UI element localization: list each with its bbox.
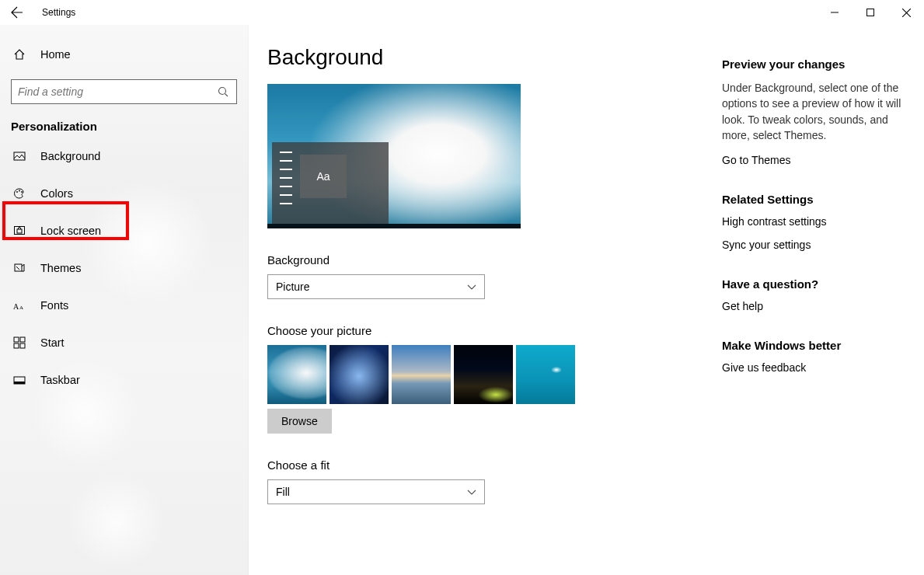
main-content: Background Aa Background Picture Choose … xyxy=(249,25,722,575)
sidebar-item-label: Taskbar xyxy=(40,374,80,386)
picture-thumbnails xyxy=(267,345,703,404)
titlebar: Settings xyxy=(0,0,924,25)
preview-start-menu: Aa xyxy=(272,142,389,224)
svg-rect-0 xyxy=(867,9,874,16)
preview-changes-body: Under Background, select one of the opti… xyxy=(722,80,915,143)
svg-rect-8 xyxy=(15,264,22,271)
page-title: Background xyxy=(267,45,703,70)
fit-dropdown[interactable]: Fill xyxy=(267,479,485,504)
sidebar-group-header: Personalization xyxy=(0,112,248,138)
svg-rect-14 xyxy=(20,343,25,348)
sidebar-item-label: Background xyxy=(40,150,100,162)
maximize-button[interactable] xyxy=(853,0,888,25)
close-button[interactable] xyxy=(888,0,924,25)
svg-rect-12 xyxy=(20,337,25,342)
close-icon xyxy=(902,9,911,17)
sidebar-item-fonts[interactable]: AA Fonts xyxy=(0,287,248,324)
picture-thumb[interactable] xyxy=(454,345,513,404)
minimize-icon xyxy=(831,9,839,16)
fit-dropdown-value: Fill xyxy=(276,486,290,498)
search-button[interactable] xyxy=(214,82,232,101)
picture-thumb[interactable] xyxy=(516,345,575,404)
background-dropdown-value: Picture xyxy=(276,281,310,293)
svg-text:A: A xyxy=(19,305,23,311)
svg-rect-16 xyxy=(14,382,25,384)
themes-icon xyxy=(12,261,26,275)
sidebar-item-taskbar[interactable]: Taskbar xyxy=(0,361,248,399)
preview-sample-text: Aa xyxy=(300,155,347,198)
svg-point-1 xyxy=(219,88,226,95)
sidebar-item-label: Home xyxy=(40,48,71,61)
search-icon xyxy=(218,86,228,97)
right-pane: Preview your changes Under Background, s… xyxy=(722,25,924,575)
maximize-icon xyxy=(866,9,874,16)
palette-icon xyxy=(12,186,26,200)
preview-changes-heading: Preview your changes xyxy=(722,57,915,71)
give-feedback-link[interactable]: Give us feedback xyxy=(722,361,915,374)
high-contrast-link[interactable]: High contrast settings xyxy=(722,215,915,228)
sidebar-item-start[interactable]: Start xyxy=(0,324,248,361)
sidebar-item-label: Fonts xyxy=(40,299,68,312)
desktop-preview: Aa xyxy=(267,84,521,228)
make-better-heading: Make Windows better xyxy=(722,339,915,352)
picture-thumb[interactable] xyxy=(392,345,451,404)
svg-point-3 xyxy=(16,191,18,193)
window-title: Settings xyxy=(34,7,75,18)
choose-picture-label: Choose your picture xyxy=(267,324,703,337)
picture-thumb[interactable] xyxy=(330,345,389,404)
browse-button[interactable]: Browse xyxy=(267,409,332,434)
background-dropdown[interactable]: Picture xyxy=(267,274,485,299)
sidebar-item-lock-screen[interactable]: Lock screen xyxy=(0,212,248,249)
sidebar-item-label: Colors xyxy=(40,187,73,200)
window-controls xyxy=(817,0,924,25)
fonts-icon: AA xyxy=(12,298,26,312)
back-arrow-icon xyxy=(11,6,23,19)
sidebar-item-label: Themes xyxy=(40,262,81,274)
chevron-down-icon xyxy=(467,487,476,497)
svg-rect-11 xyxy=(14,337,19,342)
sidebar-item-background[interactable]: Background xyxy=(0,138,248,175)
home-icon xyxy=(12,47,26,61)
start-icon xyxy=(12,336,26,350)
search-field-wrap xyxy=(11,79,237,104)
minimize-button[interactable] xyxy=(817,0,853,25)
svg-point-4 xyxy=(19,190,20,192)
choose-fit-label: Choose a fit xyxy=(267,458,703,472)
search-input[interactable] xyxy=(11,79,237,104)
taskbar-icon xyxy=(12,373,26,387)
sidebar: Home Personalization Background Colors xyxy=(0,25,249,575)
picture-icon xyxy=(12,149,26,163)
related-settings-heading: Related Settings xyxy=(722,193,915,206)
svg-rect-13 xyxy=(14,343,19,348)
svg-text:A: A xyxy=(13,302,19,311)
sidebar-item-label: Lock screen xyxy=(40,225,101,237)
sidebar-item-home[interactable]: Home xyxy=(0,36,248,73)
sidebar-item-label: Start xyxy=(40,336,65,349)
go-to-themes-link[interactable]: Go to Themes xyxy=(722,154,915,166)
sidebar-item-colors[interactable]: Colors xyxy=(0,175,248,212)
svg-rect-7 xyxy=(17,229,22,233)
svg-point-5 xyxy=(21,191,23,193)
back-button[interactable] xyxy=(0,0,34,25)
have-question-heading: Have a question? xyxy=(722,277,915,291)
sidebar-item-themes[interactable]: Themes xyxy=(0,249,248,287)
picture-thumb[interactable] xyxy=(267,345,326,404)
chevron-down-icon xyxy=(467,282,476,291)
get-help-link[interactable]: Get help xyxy=(722,300,915,312)
sync-settings-link[interactable]: Sync your settings xyxy=(722,239,915,251)
lock-screen-icon xyxy=(12,224,26,238)
background-label: Background xyxy=(267,253,703,267)
